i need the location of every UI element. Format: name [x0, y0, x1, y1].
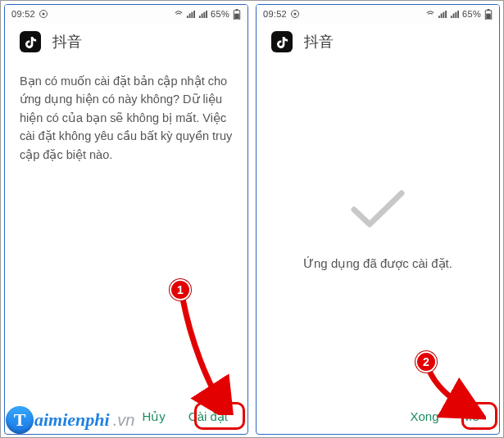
checkmark-icon: [349, 187, 406, 232]
svg-rect-4: [236, 9, 238, 11]
tiktok-icon: [23, 34, 38, 49]
vowifi-icon: [175, 10, 183, 19]
app-title: 抖音: [304, 32, 334, 52]
status-bar: 09:52 65%: [5, 5, 247, 23]
sos-icon: [39, 9, 48, 19]
vowifi-icon: [426, 10, 434, 19]
callout-2: 2: [415, 351, 437, 373]
signal-icon: [198, 10, 207, 19]
battery-percent: 65%: [211, 9, 229, 19]
svg-rect-9: [488, 9, 490, 11]
svg-rect-8: [486, 13, 491, 19]
svg-point-1: [43, 13, 45, 16]
clock: 09:52: [263, 9, 287, 19]
signal-icon: [186, 10, 195, 19]
sos-icon: [290, 9, 300, 19]
status-bar: 09:52 65%: [257, 5, 499, 23]
svg-point-6: [294, 13, 297, 16]
signal-icon: [438, 10, 447, 19]
signal-icon: [450, 10, 459, 19]
battery-percent: 65%: [462, 9, 481, 19]
tiktok-icon: [275, 34, 289, 49]
app-icon: [20, 31, 41, 52]
clock: 09:52: [11, 9, 35, 19]
install-done-panel: Ứng dụng đã được cài đặt.: [257, 57, 499, 400]
callout-1: 1: [170, 279, 191, 300]
arrow-1: [175, 292, 240, 415]
svg-rect-3: [234, 13, 239, 19]
cancel-button[interactable]: Hủy: [142, 409, 165, 424]
title-bar: 抖音: [5, 23, 247, 57]
installed-message: Ứng dụng đã được cài đặt.: [303, 256, 452, 271]
app-icon: [271, 31, 293, 52]
app-title: 抖音: [52, 32, 82, 52]
arrow-2: [420, 364, 486, 422]
title-bar: 抖音: [257, 23, 499, 57]
battery-icon: [233, 9, 241, 20]
battery-icon: [484, 9, 493, 20]
